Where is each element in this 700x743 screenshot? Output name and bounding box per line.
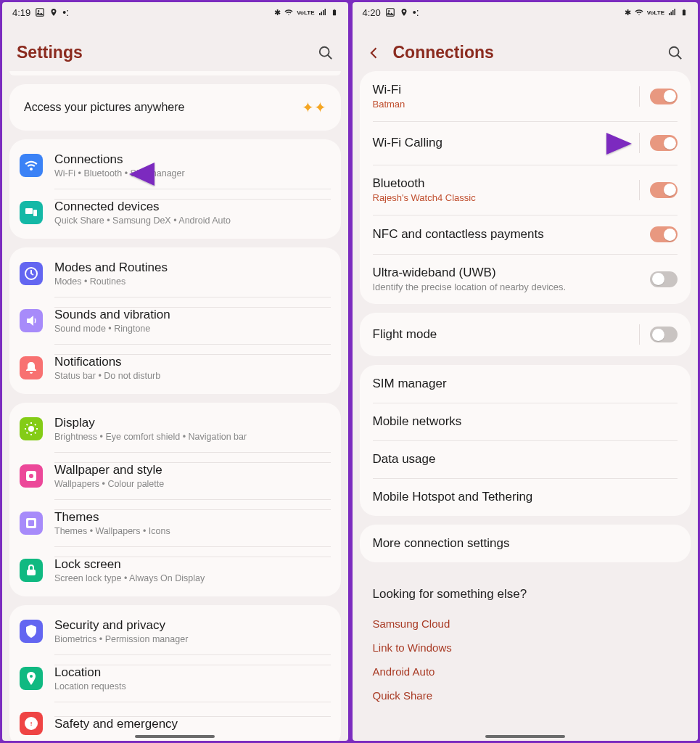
status-bar: 4:19 •: ✱ VoLTE bbox=[2, 2, 348, 21]
sparkle-icon: ✦✦ bbox=[302, 99, 326, 116]
conn-item-mobile-hotspot-and-tethering[interactable]: Mobile Hotspot and Tethering bbox=[360, 478, 691, 516]
search-button[interactable] bbox=[318, 45, 334, 61]
item-title: Location bbox=[54, 665, 331, 680]
item-title: SIM manager bbox=[373, 377, 678, 391]
connections-header: Connections bbox=[353, 21, 699, 71]
settings-item-display[interactable]: Display Brightness • Eye comfort shield … bbox=[9, 403, 341, 452]
devices-icon bbox=[20, 201, 43, 224]
more-icon: •: bbox=[413, 7, 419, 18]
settings-item-security-and-privacy[interactable]: Security and privacy Biometrics • Permis… bbox=[9, 605, 341, 654]
toggle-divider bbox=[639, 133, 640, 153]
item-title: Wallpaper and style bbox=[54, 463, 331, 477]
settings-group: Security and privacy Biometrics • Permis… bbox=[9, 605, 341, 741]
conn-item-mobile-networks[interactable]: Mobile networks bbox=[360, 403, 691, 440]
settings-item-lock-screen[interactable]: Lock screen Screen lock type • Always On… bbox=[9, 546, 341, 596]
settings-item-themes[interactable]: Themes Themes • Wallpapers • Icons bbox=[9, 499, 341, 546]
toggle-divider bbox=[639, 86, 640, 107]
connections-group: More connection settings bbox=[360, 525, 691, 562]
looking-link-quick-share[interactable]: Quick Share bbox=[373, 684, 678, 707]
pin-icon bbox=[400, 7, 408, 17]
item-subtitle: Rajesh's Watch4 Classic bbox=[373, 192, 640, 203]
item-subtitle: Identify the precise location of nearby … bbox=[373, 282, 651, 292]
settings-item-sounds-and-vibration[interactable]: Sounds and vibration Sound mode • Ringto… bbox=[9, 297, 341, 344]
looking-link-android-auto[interactable]: Android Auto bbox=[373, 660, 678, 684]
item-title: Modes and Routines bbox=[54, 260, 331, 275]
toggle-wrap bbox=[639, 86, 678, 107]
svg-point-8 bbox=[28, 426, 34, 432]
conn-item-ultra-wideband-uwb-[interactable]: Ultra-wideband (UWB) Identify the precis… bbox=[360, 254, 691, 304]
item-subtitle: Quick Share • Samsung DeX • Android Auto bbox=[54, 215, 331, 226]
conn-item-sim-manager[interactable]: SIM manager bbox=[360, 365, 691, 403]
svg-rect-2 bbox=[332, 10, 335, 16]
theme-icon bbox=[20, 512, 43, 535]
settings-header: Settings bbox=[2, 21, 348, 71]
wifi-icon bbox=[284, 8, 294, 17]
settings-item-location[interactable]: Location Location requests bbox=[9, 654, 341, 702]
conn-item-data-usage[interactable]: Data usage bbox=[360, 440, 691, 478]
gallery-icon bbox=[35, 7, 45, 17]
settings-group: Connections Wi-Fi • Bluetooth • SIM mana… bbox=[9, 139, 341, 239]
item-title: NFC and contactless payments bbox=[373, 227, 651, 242]
status-time: 4:19 bbox=[12, 7, 30, 18]
looking-section: Looking for something else? Samsung Clou… bbox=[360, 571, 691, 713]
settings-content: Access your pictures anywhere ✦✦ Connect… bbox=[2, 71, 348, 741]
item-subtitle: Themes • Wallpapers • Icons bbox=[54, 526, 331, 536]
conn-item-more-connection-settings[interactable]: More connection settings bbox=[360, 525, 691, 562]
home-indicator[interactable] bbox=[135, 735, 215, 738]
sound-icon bbox=[20, 309, 43, 332]
item-title: Mobile Hotspot and Tethering bbox=[373, 490, 678, 504]
signal-icon bbox=[318, 8, 328, 17]
gallery-icon bbox=[385, 7, 395, 17]
item-title: Sounds and vibration bbox=[54, 308, 331, 322]
suggestion-text: Access your pictures anywhere bbox=[24, 101, 184, 114]
item-title: Bluetooth bbox=[373, 176, 640, 191]
svg-rect-12 bbox=[28, 520, 34, 526]
settings-item-notifications[interactable]: Notifications Status bar • Do not distur… bbox=[9, 344, 341, 394]
toggle-wrap bbox=[650, 226, 678, 242]
palette-icon bbox=[20, 464, 43, 488]
settings-item-connections[interactable]: Connections Wi-Fi • Bluetooth • SIM mana… bbox=[9, 139, 341, 189]
volte-indicator: VoLTE bbox=[647, 9, 664, 16]
settings-item-connected-devices[interactable]: Connected devices Quick Share • Samsung … bbox=[9, 189, 341, 239]
item-title: Lock screen bbox=[54, 557, 331, 572]
looking-title: Looking for something else? bbox=[373, 587, 678, 602]
toggle-switch[interactable] bbox=[650, 271, 678, 287]
conn-item-wi-fi-calling[interactable]: Wi-Fi Calling bbox=[360, 121, 691, 165]
connections-screen: 4:20 •: ✱ VoLTE Connections Wi-Fi Batman bbox=[353, 2, 699, 741]
home-indicator[interactable] bbox=[485, 735, 565, 738]
item-title: Flight mode bbox=[373, 327, 640, 342]
conn-item-bluetooth[interactable]: Bluetooth Rajesh's Watch4 Classic bbox=[360, 165, 691, 215]
toggle-switch[interactable] bbox=[650, 226, 678, 242]
looking-link-samsung-cloud[interactable]: Samsung Cloud bbox=[373, 612, 678, 636]
item-subtitle: Wallpapers • Colour palette bbox=[54, 479, 331, 489]
status-time: 4:20 bbox=[363, 7, 381, 18]
item-subtitle: Screen lock type • Always On Display bbox=[54, 573, 331, 583]
item-subtitle: Sound mode • Ringtone bbox=[54, 324, 331, 334]
conn-item-wi-fi[interactable]: Wi-Fi Batman bbox=[360, 71, 691, 121]
toggle-switch[interactable] bbox=[650, 327, 678, 342]
bluetooth-icon: ✱ bbox=[625, 8, 631, 17]
page-title: Settings bbox=[17, 43, 83, 62]
item-subtitle: Brightness • Eye comfort shield • Naviga… bbox=[54, 432, 331, 442]
item-title: Safety and emergency bbox=[54, 717, 331, 731]
item-title: Ultra-wideband (UWB) bbox=[373, 266, 651, 280]
toggle-switch[interactable] bbox=[650, 182, 678, 198]
looking-link-link-to-windows[interactable]: Link to Windows bbox=[373, 636, 678, 660]
item-title: Connected devices bbox=[54, 200, 331, 214]
conn-item-flight-mode[interactable]: Flight mode bbox=[360, 313, 691, 356]
settings-group: Display Brightness • Eye comfort shield … bbox=[9, 403, 341, 596]
pin-icon bbox=[20, 667, 43, 690]
settings-item-modes-and-routines[interactable]: Modes and Routines Modes • Routines bbox=[9, 247, 341, 297]
toggle-switch[interactable] bbox=[650, 89, 678, 104]
settings-item-wallpaper-and-style[interactable]: Wallpaper and style Wallpapers • Colour … bbox=[9, 452, 341, 499]
item-title: Data usage bbox=[373, 452, 678, 467]
back-button[interactable] bbox=[367, 46, 382, 60]
toggle-wrap bbox=[639, 180, 678, 200]
suggestion-card[interactable]: Access your pictures anywhere ✦✦ bbox=[9, 84, 341, 131]
settings-group: Modes and Routines Modes • Routines Soun… bbox=[9, 247, 341, 394]
conn-item-nfc-and-contactless-payments[interactable]: NFC and contactless payments bbox=[360, 215, 691, 254]
bell-icon bbox=[20, 356, 43, 379]
search-button[interactable] bbox=[667, 45, 683, 61]
toggle-switch[interactable] bbox=[650, 135, 678, 151]
item-title: Notifications bbox=[54, 355, 331, 369]
